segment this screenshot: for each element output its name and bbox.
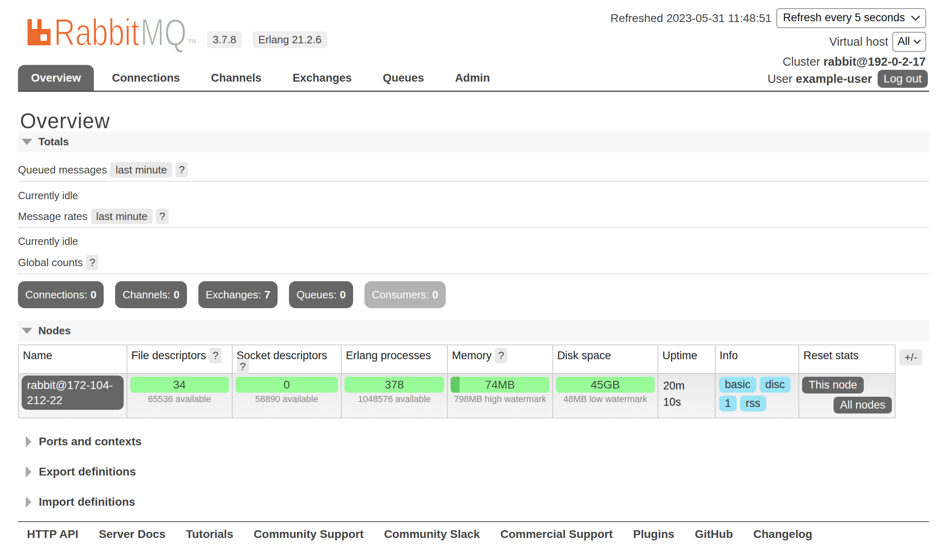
svg-text:Rabbit: Rabbit bbox=[54, 11, 139, 53]
svg-text:TM: TM bbox=[188, 38, 196, 44]
svg-text:MQ: MQ bbox=[140, 11, 187, 53]
